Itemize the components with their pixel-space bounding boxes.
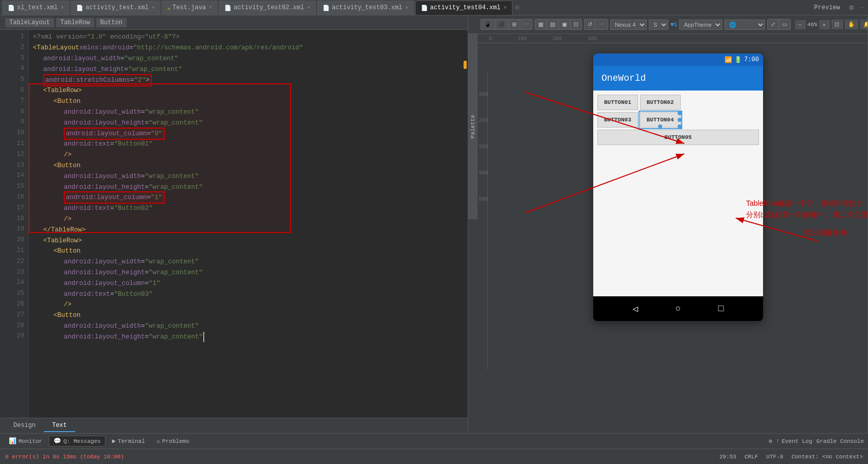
- preview-toolbar: 📱 ⬛ ⊞ ⋯ ▦ ▤ ▣ ⊡ ↺ ⋯ Nexus 4 S ▼S: [468, 15, 868, 34]
- blueprint-btn[interactable]: ▦: [535, 20, 547, 29]
- phone-preview-area: 100 200 300 400 500 📶 🔋 7:00 OneWorld: [468, 43, 868, 433]
- selection-handle-bm: [658, 124, 662, 129]
- expand-icon[interactable]: ↑: [776, 438, 780, 444]
- code-line-21: <Button: [33, 246, 468, 257]
- api-select[interactable]: S: [649, 20, 668, 30]
- messages-icon: 💬: [54, 437, 61, 445]
- close-icon-5[interactable]: ×: [405, 5, 409, 11]
- close-icon-6[interactable]: ×: [504, 5, 507, 11]
- device-select[interactable]: Nexus 4: [610, 20, 647, 30]
- terminal-icon: ▶: [112, 437, 116, 445]
- monitor-icon: 📊: [9, 437, 16, 445]
- context-info: Context: <no context>: [791, 454, 863, 460]
- settings-icon[interactable]: ⚙: [845, 3, 858, 12]
- code-line-11: android:text="Button01": [33, 139, 468, 150]
- zoom-out-btn[interactable]: −: [795, 20, 805, 29]
- code-line-25: android:text="Button03": [33, 289, 468, 299]
- event-log-btn[interactable]: Event Log: [782, 438, 812, 444]
- code-line-2: <TableLayout xmlns:android="http://schem…: [33, 43, 468, 53]
- minimize-icon[interactable]: –: [858, 4, 866, 11]
- palette-strip: Palette: [468, 34, 477, 219]
- theme-select[interactable]: AppTheme: [679, 20, 722, 30]
- code-line-20: <TableRow>: [33, 235, 468, 246]
- code-line-22: android:layout_width="wrap_content": [33, 257, 468, 267]
- tab-sl-text[interactable]: 📄 sl_text.xml ×: [2, 1, 69, 15]
- tablet-icon-btn[interactable]: ⬛: [495, 20, 509, 29]
- phone-row-2: BUTTON03 BUTTON04: [597, 112, 759, 128]
- code-line-5: android:stretchColumns="2">: [33, 75, 468, 85]
- breadcrumb: TableLayout TableRow Button: [0, 15, 468, 30]
- code-line-19: </TableRow>: [33, 224, 468, 235]
- code-line-17: android:text="Button02": [33, 203, 468, 214]
- breadcrumb-tablerow[interactable]: TableRow: [56, 18, 94, 27]
- terminal-tab[interactable]: ▶ Terminal: [108, 436, 150, 447]
- tab-activity-test[interactable]: 📄 activity_test.xml ×: [70, 1, 160, 15]
- tab-test-java[interactable]: ☕ Test.java ×: [162, 1, 218, 15]
- fullscreen-btn[interactable]: ⤢: [768, 20, 779, 29]
- fit-btn[interactable]: ⊡: [831, 20, 843, 29]
- gear-icon-bottom[interactable]: ⚙: [769, 438, 772, 444]
- tab-text[interactable]: Text: [44, 420, 75, 432]
- selection-handle-tr: [678, 111, 682, 115]
- code-line-8: android:layout_width="wrap_content": [33, 107, 468, 118]
- xml-icon: 📄: [8, 5, 15, 11]
- tab-activity-test02[interactable]: 📄 activity_test02.xml ×: [219, 1, 316, 15]
- close-icon-3[interactable]: ×: [209, 5, 212, 11]
- java-icon: ☕: [167, 5, 171, 11]
- vertical-ruler: 100 200 300 400 500: [479, 71, 488, 369]
- pan-btn[interactable]: ✋: [845, 20, 858, 29]
- code-content[interactable]: <?xml version="1.0" encoding="utf-8"?> <…: [29, 30, 468, 418]
- horizontal-ruler: 0 100 200 300: [468, 34, 868, 43]
- line-ending: CRLF: [745, 454, 758, 460]
- language-select[interactable]: 🌐 Language: [724, 20, 765, 30]
- home-icon[interactable]: ○: [676, 304, 681, 314]
- code-line-16: android:layout_column="1": [33, 192, 468, 203]
- close-icon-2[interactable]: ×: [152, 5, 155, 11]
- code-line-1: <?xml version="1.0" encoding="utf-8"?>: [33, 32, 468, 43]
- layout-btn[interactable]: ▭: [779, 20, 790, 29]
- code-editor[interactable]: 12345 678910 1112131415 1617181920 21222…: [0, 30, 468, 418]
- battery-icon: 🔋: [734, 56, 742, 64]
- phone-btn-01[interactable]: BUTTON01: [597, 95, 638, 110]
- monitor-tab[interactable]: 📊 Monitor: [4, 436, 47, 447]
- problems-icon: ⚠: [156, 437, 160, 445]
- code-line-4: android:layout_height="wrap_content": [33, 64, 468, 75]
- code-line-23: android:layout_height="wrap_content": [33, 267, 468, 278]
- phone-btn-05[interactable]: BUTTON05: [597, 130, 759, 145]
- recents-icon[interactable]: □: [718, 304, 724, 314]
- notification-btn[interactable]: 🔔: [860, 20, 868, 29]
- error-text: 0 error(s) in 9s 13ms (today 10:00): [5, 454, 124, 460]
- gradle-console-btn[interactable]: Gradle Console: [817, 438, 864, 444]
- split-icon-btn[interactable]: ⊞: [509, 20, 520, 29]
- zoom-in-btn[interactable]: +: [819, 20, 829, 29]
- phone-btn-04[interactable]: BUTTON04: [640, 112, 681, 128]
- both-btn[interactable]: ▣: [559, 20, 571, 29]
- more-icon-btn[interactable]: ⋯: [520, 20, 532, 29]
- tab-bar: 📄 sl_text.xml × 📄 activity_test.xml × ☕ …: [0, 0, 868, 15]
- tab-activity-test04[interactable]: 📄 activity_test04.xml ×: [415, 1, 512, 15]
- phone-btn-03[interactable]: BUTTON03: [597, 112, 638, 128]
- close-icon[interactable]: ×: [61, 5, 64, 11]
- phone-btn-02[interactable]: BUTTON02: [640, 95, 681, 110]
- problems-tab[interactable]: ⚠ Problems: [152, 436, 194, 447]
- phone-icon-btn[interactable]: 📱: [481, 20, 495, 29]
- phone-row-3: BUTTON05: [597, 130, 759, 145]
- screen-btn[interactable]: ⊡: [571, 20, 581, 29]
- design-btn[interactable]: ▤: [547, 20, 559, 29]
- rotate-btn[interactable]: ↺: [584, 20, 596, 29]
- api-indicator: ▼S: [670, 22, 677, 28]
- right-panel-btns: ⚙ ↑: [769, 438, 780, 444]
- tab-activity-test03[interactable]: 📄 activity_test03.xml ×: [317, 1, 414, 15]
- breadcrumb-tablelayout[interactable]: TableLayout: [5, 18, 54, 27]
- close-icon-4[interactable]: ×: [307, 5, 310, 11]
- messages-tab[interactable]: 💬 Q: Messages: [49, 436, 105, 447]
- xml-icon-4: 📄: [323, 5, 330, 11]
- preview-tab[interactable]: Preview: [809, 4, 845, 11]
- code-line-9: android:layout_height="wrap_content": [33, 117, 468, 128]
- tab-design[interactable]: Design: [5, 420, 44, 432]
- code-line-13: <Button: [33, 160, 468, 171]
- more2-btn[interactable]: ⋯: [596, 20, 608, 29]
- breadcrumb-button[interactable]: Button: [96, 18, 127, 27]
- back-icon[interactable]: ◁: [632, 303, 638, 314]
- phone-app-bar: OneWorld: [593, 66, 763, 91]
